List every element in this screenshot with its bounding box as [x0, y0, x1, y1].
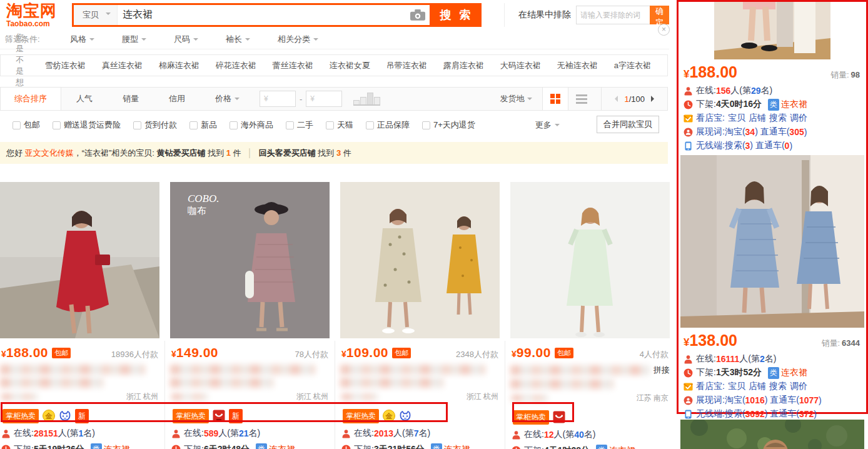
- price-max-input[interactable]: [306, 91, 342, 107]
- search-input[interactable]: [118, 5, 410, 25]
- search-button[interactable]: 搜 索: [431, 3, 482, 27]
- sort-sales[interactable]: 销量: [108, 93, 154, 104]
- category-badge: 类: [91, 443, 102, 449]
- checkbox-tmall[interactable]: 天猫: [326, 119, 353, 131]
- sort-composite[interactable]: 综合排序: [1, 88, 61, 110]
- checkbox[interactable]: [326, 121, 334, 129]
- checkbox[interactable]: [230, 121, 238, 129]
- online-stat: 在线:12人(第40名): [510, 429, 670, 440]
- checkbox-free-shipping[interactable]: 包邮: [13, 119, 40, 131]
- pay-count: 18936人付款: [111, 349, 158, 360]
- exclude-input[interactable]: [576, 6, 650, 24]
- price: 138.00: [689, 331, 737, 350]
- suggestion-link[interactable]: 露肩连衣裙: [443, 60, 484, 71]
- sort-credit[interactable]: 信用: [154, 93, 200, 104]
- checkbox-authentic[interactable]: 正品保障: [366, 119, 410, 131]
- sort-popularity[interactable]: 人气: [61, 93, 108, 104]
- suggestion-link[interactable]: a字连衣裙: [614, 60, 651, 71]
- kdb-price-link[interactable]: 调价: [790, 113, 807, 124]
- suggestion-link[interactable]: 无袖连衣裙: [557, 60, 598, 71]
- suggestion-link[interactable]: 雪纺连衣裙: [45, 60, 86, 71]
- checkbox[interactable]: [53, 121, 61, 129]
- online-stat: 在线:589人(第21名): [170, 428, 330, 439]
- merge-same-items-button[interactable]: 合并同款宝贝: [597, 116, 659, 133]
- category-link[interactable]: 连衣裙: [104, 444, 130, 449]
- product-card: ¥ 188.00 包邮 18936人付款 浙江 杭州 掌柜热卖 金 新 在线:2…: [0, 182, 159, 449]
- censored-title-line[interactable]: [0, 365, 145, 375]
- kdb-shop-link[interactable]: 店铺: [749, 113, 766, 124]
- camera-icon[interactable]: [410, 9, 426, 21]
- product-image[interactable]: [340, 182, 500, 338]
- suggestion-link[interactable]: 真丝连衣裙: [102, 60, 143, 71]
- confirm-button[interactable]: 确定: [650, 6, 669, 24]
- price-min-input[interactable]: [260, 91, 296, 107]
- product-image[interactable]: [0, 182, 159, 338]
- checkbox-return-insurance[interactable]: 赠送退货运费险: [53, 119, 121, 131]
- censored-shop-name: [341, 393, 378, 400]
- sales-count: 销量:6344: [821, 338, 860, 349]
- checkbox-overseas[interactable]: 海外商品: [230, 119, 273, 131]
- category-link[interactable]: 连衣裙: [781, 367, 807, 378]
- filter-size[interactable]: 尺码: [174, 34, 198, 45]
- list-view-button[interactable]: [568, 94, 595, 104]
- censored-title-line[interactable]: [170, 365, 315, 375]
- filter-sleeve[interactable]: 袖长: [226, 34, 250, 45]
- censored-title-line[interactable]: [340, 365, 485, 375]
- close-icon[interactable]: ×: [658, 24, 670, 36]
- product-image[interactable]: [170, 182, 330, 338]
- kdb-price-link[interactable]: 调价: [790, 381, 807, 392]
- clock-icon: [684, 100, 693, 109]
- filter-style[interactable]: 风格: [70, 34, 94, 45]
- search-category-dropdown[interactable]: 宝贝: [74, 5, 118, 25]
- shop-name-link[interactable]: 亚文文化传媒: [25, 148, 74, 159]
- checkbox[interactable]: [286, 121, 294, 129]
- sort-price[interactable]: 价格: [200, 93, 255, 104]
- filter-waist[interactable]: 腰型: [122, 34, 146, 45]
- censored-title-line[interactable]: [340, 378, 443, 388]
- checkbox-cod[interactable]: 货到付款: [133, 119, 177, 131]
- kdb-shop-link[interactable]: 店铺: [749, 381, 766, 392]
- censored-title-line[interactable]: 拼接: [510, 365, 670, 376]
- filter-checkbox-row: 包邮 赠送退货运费险 货到付款 新品 海外商品 二手 天猫 正品保障 7+天内退…: [0, 114, 668, 136]
- checkbox-secondhand[interactable]: 二手: [286, 119, 313, 131]
- checkbox[interactable]: [422, 121, 430, 129]
- suggestion-link[interactable]: 吊带连衣裙: [386, 60, 427, 71]
- kdb-search-link[interactable]: 搜索: [769, 381, 787, 392]
- kdb-item-link[interactable]: 宝贝: [728, 381, 745, 392]
- checkbox-new-item[interactable]: 新品: [189, 119, 217, 131]
- kdb-search-link[interactable]: 搜索: [769, 113, 787, 124]
- category-link[interactable]: 连衣裙: [444, 444, 470, 449]
- suggestion-link[interactable]: 大码连衣裙: [500, 60, 541, 71]
- suggestion-link[interactable]: 连衣裙女夏: [330, 60, 370, 71]
- category-link[interactable]: 连衣裙: [269, 444, 295, 449]
- ship-from-dropdown[interactable]: 发货地: [500, 93, 532, 104]
- online-stat: 在线:16111人(第2名): [679, 352, 866, 366]
- more-dropdown[interactable]: 更多: [535, 119, 560, 131]
- sidebar-product-image[interactable]: [680, 155, 864, 328]
- notice-greeting: 您好: [6, 148, 25, 159]
- taobao-logo[interactable]: 淘宝网 Taobao.com: [0, 3, 66, 28]
- sidebar-product-image[interactable]: [714, 2, 830, 59]
- offshelf-stat: 下架:1天3时52分 类 连衣裙: [679, 366, 866, 380]
- next-product-image-partial[interactable]: [679, 420, 866, 449]
- price-histogram-icon[interactable]: [353, 93, 380, 106]
- grid-view-button[interactable]: [542, 88, 568, 110]
- prev-page-icon[interactable]: [612, 96, 618, 102]
- checkbox[interactable]: [133, 121, 141, 129]
- censored-title-line[interactable]: [0, 378, 103, 388]
- censored-title-line[interactable]: [170, 378, 273, 388]
- product-image[interactable]: [510, 182, 670, 338]
- censored-title-line[interactable]: [510, 379, 613, 389]
- suggestion-link[interactable]: 棉麻连衣裙: [159, 60, 199, 71]
- checkbox[interactable]: [366, 121, 374, 129]
- filter-related-category[interactable]: 相关分类: [278, 34, 318, 45]
- next-page-icon[interactable]: [651, 96, 657, 102]
- checkbox[interactable]: [13, 121, 21, 129]
- suggestion-link[interactable]: 蕾丝连衣裙: [273, 60, 313, 71]
- category-link[interactable]: 连衣裙: [781, 99, 807, 110]
- kdb-item-link[interactable]: 宝贝: [728, 113, 745, 124]
- checkbox-7day-return[interactable]: 7+天内退货: [422, 119, 475, 131]
- category-link[interactable]: 连衣裙: [609, 445, 635, 449]
- suggestion-link[interactable]: 碎花连衣裙: [216, 60, 256, 71]
- checkbox[interactable]: [189, 121, 198, 129]
